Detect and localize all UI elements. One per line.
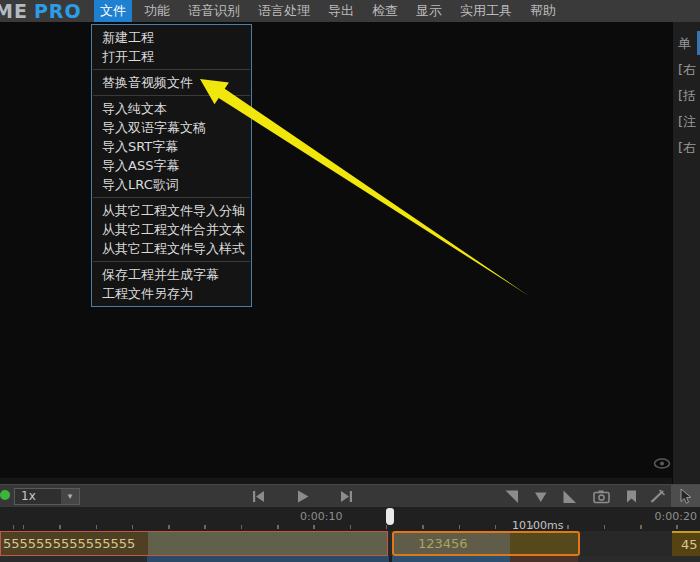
right-side-panel: 单 [右 [括 [注 [右 [672,22,700,484]
pen-tool-icon[interactable] [648,488,665,505]
ruler-timecode-20s: 0:00:20 [655,510,697,523]
file-menu-item-open-project[interactable]: 打开工程 [92,47,251,66]
logo-text-gray: ME [0,0,28,22]
waveform-strip-segment [510,556,578,562]
waveform-strip-segment [0,556,147,562]
marker-in-icon[interactable] [503,488,520,505]
subtitle-clip[interactable]: 45 [672,531,700,556]
subtitle-clip-selected[interactable]: 123456 [392,531,580,556]
waveform-strip-segment [392,556,510,562]
file-menu-item-import-srt[interactable]: 导入SRT字幕 [92,137,251,156]
timeline-toolbar: 1x ▾ [0,484,700,508]
menubar-item-help[interactable]: 帮助 [524,0,562,22]
logo-text-blue: PRO [34,0,82,22]
menubar-item-check[interactable]: 检查 [366,0,404,22]
file-menu-item-import-style-from-project[interactable]: 从其它工程文件导入样式 [92,239,251,258]
menubar-item-file[interactable]: 文件 [94,0,132,22]
play-icon[interactable] [294,488,311,505]
file-menu-item-save-and-generate[interactable]: 保存工程并生成字幕 [92,265,251,284]
ruler-timecode-10s: 0:00:10 [300,510,342,523]
bookmark-icon[interactable] [623,488,640,505]
subtitle-clip-text: 123456 [418,536,468,551]
menu-separator [93,69,250,70]
subtitle-clip-text: 45 [681,537,698,552]
playback-speed-select[interactable]: 1x ▾ [14,488,80,505]
file-menu-item-new-project[interactable]: 新建工程 [92,28,251,47]
menubar-item-language-processing[interactable]: 语言处理 [252,0,316,22]
app-logo: ME PRO [0,0,82,22]
file-dropdown-menu: 新建工程 打开工程 替换音视频文件 导入纯文本 导入双语字幕文稿 导入SRT字幕… [91,24,252,307]
waveform-strip-segment [578,556,700,562]
menu-items: 文件 功能 语音识别 语言处理 导出 检查 显示 实用工具 帮助 [94,0,562,22]
camera-icon[interactable] [592,488,609,505]
playhead-handle[interactable] [386,508,394,525]
ruler-ticks [0,525,700,529]
file-menu-item-merge-text-from-project[interactable]: 从其它工程文件合并文本 [92,220,251,239]
menubar-item-function[interactable]: 功能 [138,0,176,22]
timeline-ruler[interactable]: 0:00:10 0:00:20 10100ms [0,507,700,531]
playback-speed-value: 1x [15,489,61,504]
menu-separator [93,197,250,198]
waveform-strip-segment [147,556,389,562]
subtitle-track: 5555555555555555 123456 45 [0,531,700,556]
menubar-item-utilities[interactable]: 实用工具 [454,0,518,22]
subtitle-clip-text: 5555555555555555 [3,536,135,551]
marker-out-icon[interactable] [561,488,578,505]
file-menu-item-import-bilingual-script[interactable]: 导入双语字幕文稿 [92,118,251,137]
eye-icon[interactable] [652,456,672,471]
skip-forward-icon[interactable] [338,488,355,505]
menubar-item-speech-recognition[interactable]: 语音识别 [182,0,246,22]
menubar-item-display[interactable]: 显示 [410,0,448,22]
cursor-tool-icon[interactable] [671,485,700,508]
menu-separator [93,261,250,262]
arrow-down-icon[interactable] [532,488,549,505]
arctime-pro-window: ME PRO 文件 功能 语音识别 语言处理 导出 检查 显示 实用工具 帮助 … [0,0,700,562]
status-dot-icon [0,490,10,500]
file-menu-item-import-ass[interactable]: 导入ASS字幕 [92,156,251,175]
panel-item[interactable]: [括 [673,83,700,109]
file-menu-item-import-lrc[interactable]: 导入LRC歌词 [92,175,251,194]
chevron-down-icon[interactable]: ▾ [61,489,79,504]
panel-item[interactable]: [注 [673,109,700,135]
file-menu-item-import-plain-text[interactable]: 导入纯文本 [92,99,251,118]
menu-separator [93,95,250,96]
file-menu-item-save-project-as[interactable]: 工程文件另存为 [92,284,251,303]
subtitle-clip[interactable]: 5555555555555555 [0,531,388,556]
file-menu-item-replace-av-file[interactable]: 替换音视频文件 [92,73,251,92]
menu-bar: ME PRO 文件 功能 语音识别 语言处理 导出 检查 显示 实用工具 帮助 [0,0,700,22]
file-menu-item-import-track-from-project[interactable]: 从其它工程文件导入分轴 [92,201,251,220]
menubar-item-export[interactable]: 导出 [322,0,360,22]
skip-back-icon[interactable] [250,488,267,505]
panel-item[interactable]: [右 [673,135,700,161]
panel-item[interactable]: 单 [673,31,700,57]
panel-item[interactable]: [右 [673,57,700,83]
